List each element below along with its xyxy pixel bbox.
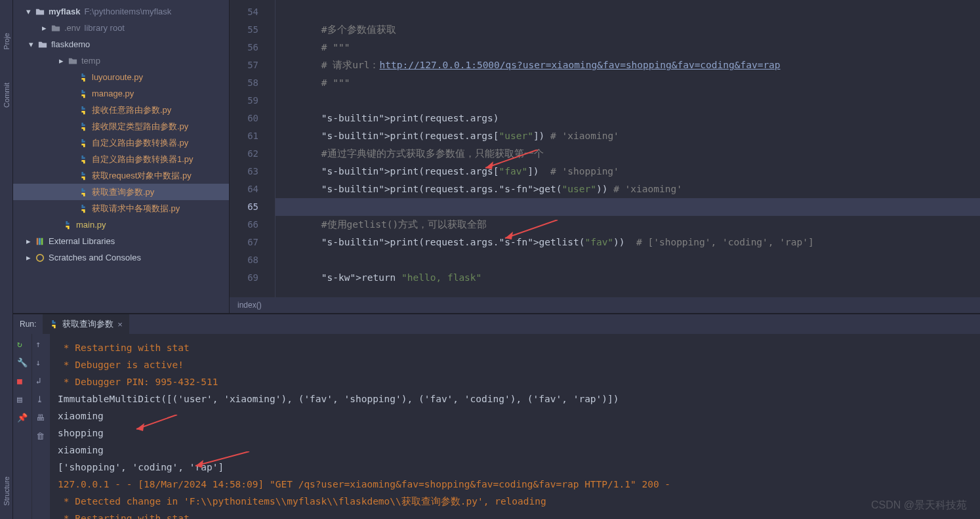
code-line[interactable]: "s-builtin">print(request.args."s-fn">ge… <box>276 234 980 251</box>
console-line: * Debugger PIN: 995-432-511 <box>58 373 972 390</box>
tree-file[interactable]: 获取查询参数.py <box>13 184 229 200</box>
folder-icon <box>38 40 47 49</box>
chevron-down-icon: ▾ <box>26 7 35 16</box>
console-line: * Restarting with stat <box>58 510 972 519</box>
rerun-icon[interactable]: ↻ <box>17 339 28 350</box>
tree-label: 获取请求中各项数据.py <box>92 203 180 215</box>
python-file-icon <box>49 320 58 329</box>
folder-icon <box>51 24 60 33</box>
code-line[interactable]: #使用getlist()方式，可以获取全部 <box>276 216 980 234</box>
tree-file[interactable]: manage.py <box>13 85 229 102</box>
python-file-icon <box>79 155 88 164</box>
code-line[interactable]: "s-builtin">print(request.args["fav"]) #… <box>276 163 980 180</box>
tree-scratches[interactable]: ▸ Scratches and Consoles <box>13 249 229 266</box>
tree-folder-flaskdemo[interactable]: ▾ flaskdemo <box>13 36 229 52</box>
console-line: 127.0.0.1 - - [18/Mar/2024 14:58:09] "GE… <box>58 476 972 493</box>
code-line[interactable]: #通过字典键的方式获取多参数值，只能获取第一个 <box>276 145 980 163</box>
run-toolbar-right: ↑ ↓ ↲ ⤓ 🖶 🗑 <box>31 334 50 519</box>
stop-icon[interactable]: ■ <box>17 376 28 386</box>
tree-root[interactable]: ▾ myflask F:\pythonitems\myflask <box>13 3 229 20</box>
project-tree[interactable]: ▾ myflask F:\pythonitems\myflask ▸ .env … <box>13 0 230 313</box>
run-tab[interactable]: 获取查询参数 × <box>43 314 129 334</box>
project-path: F:\pythonitems\myflask <box>84 7 171 16</box>
tree-file[interactable]: 接收任意路由参数.py <box>13 102 229 118</box>
python-file-icon <box>79 138 88 148</box>
tree-file[interactable]: luyouroute.py <box>13 69 229 85</box>
project-name: myflask <box>49 7 80 16</box>
console-line: xiaoming <box>58 407 972 425</box>
code-line[interactable] <box>276 3 980 21</box>
tab-structure[interactable]: Structure <box>3 476 10 506</box>
layout-icon[interactable]: ▤ <box>17 394 28 405</box>
code-editor[interactable]: 54555657585960616263646566676869 #多个参数值获… <box>230 0 980 313</box>
close-icon[interactable]: × <box>117 320 123 329</box>
console-line: xiaoming <box>58 442 972 459</box>
wrap-icon[interactable]: ↲ <box>36 376 47 386</box>
code-line[interactable]: "s-builtin">print(request.args["user"]) … <box>276 127 980 145</box>
console-line: * Restarting with stat <box>58 339 972 356</box>
tree-env[interactable]: ▸ .env library root <box>13 20 229 36</box>
tree-label: 获取request对象中数据.py <box>92 170 192 182</box>
code-line[interactable]: #多个参数值获取 <box>276 21 980 39</box>
svg-rect-0 <box>37 238 39 245</box>
code-line[interactable]: "s-builtin">print(request.args."s-fn">ge… <box>276 180 980 198</box>
code-line[interactable] <box>276 251 980 269</box>
code-lines[interactable]: #多个参数值获取 # """ # 请求url：http://127.0.0.1:… <box>276 0 980 297</box>
folder-icon <box>35 7 45 16</box>
chevron-down-icon: ▾ <box>29 39 38 49</box>
python-file-icon <box>79 73 88 82</box>
chevron-right-icon: ▸ <box>26 236 35 246</box>
tree-label: 接收任意路由参数.py <box>92 104 171 116</box>
folder-icon <box>68 56 77 66</box>
tree-file[interactable]: 获取request对象中数据.py <box>13 167 229 184</box>
run-tab-name: 获取查询参数 <box>62 318 113 330</box>
chevron-right-icon: ▸ <box>59 56 68 66</box>
print-icon[interactable]: 🖶 <box>36 413 47 423</box>
python-file-icon <box>79 204 88 213</box>
code-line[interactable]: # 请求url：http://127.0.0.1:5000/qs?user=xi… <box>276 56 980 74</box>
svg-point-3 <box>37 254 44 261</box>
tab-commit[interactable]: Commit <box>3 83 10 108</box>
tab-project[interactable]: Proje <box>3 33 10 50</box>
svg-rect-2 <box>41 238 43 245</box>
tree-file[interactable]: 自定义路由参数转换器1.py <box>13 151 229 167</box>
python-file-icon <box>79 89 88 98</box>
code-line[interactable]: "s-kw">return "hello, flask" <box>276 269 980 287</box>
wrench-icon[interactable]: 🔧 <box>17 358 28 368</box>
code-line[interactable]: # """ <box>276 74 980 92</box>
tree-tag: library root <box>85 23 125 33</box>
down-icon[interactable]: ↓ <box>36 358 47 368</box>
tree-label: Scratches and Consoles <box>49 253 141 262</box>
breadcrumb[interactable]: index() <box>230 297 980 313</box>
tree-label: External Libraries <box>49 236 115 246</box>
tree-file-main[interactable]: main.py <box>13 217 229 233</box>
tree-file[interactable]: 获取请求中各项数据.py <box>13 200 229 217</box>
tree-folder-temp[interactable]: ▸ temp <box>13 52 229 69</box>
python-file-icon <box>79 171 88 180</box>
trash-icon[interactable]: 🗑 <box>36 431 47 442</box>
pin-icon[interactable]: 📌 <box>17 413 28 423</box>
tree-external-libs[interactable]: ▸ External Libraries <box>13 233 229 249</box>
svg-rect-1 <box>39 238 41 245</box>
up-icon[interactable]: ↑ <box>36 339 47 350</box>
scroll-end-icon[interactable]: ⤓ <box>36 394 47 405</box>
python-file-icon <box>63 220 72 230</box>
code-line[interactable] <box>276 92 980 110</box>
run-panel-header: Run: 获取查询参数 × <box>13 314 980 334</box>
tree-label: .env <box>64 23 81 33</box>
tree-label: temp <box>81 56 100 66</box>
code-line[interactable]: # """ <box>276 39 980 56</box>
chevron-right-icon: ▸ <box>26 253 35 262</box>
run-panel: Run: 获取查询参数 × ↻ 🔧 ■ ▤ 📌 ↑ ↓ <box>13 313 980 519</box>
tree-file[interactable]: 接收限定类型路由参数.py <box>13 118 229 135</box>
code-line[interactable] <box>276 198 980 216</box>
code-line[interactable]: "s-builtin">print(request.args) <box>276 110 980 127</box>
console-output[interactable]: * Restarting with stat * Debugger is act… <box>50 334 980 519</box>
run-toolbar-left: ↻ 🔧 ■ ▤ 📌 <box>13 334 31 519</box>
tree-label: 接收限定类型路由参数.py <box>92 121 188 133</box>
console-line: ImmutableMultiDict([('user', 'xiaoming')… <box>58 390 972 407</box>
console-line: shopping <box>58 425 972 442</box>
run-label: Run: <box>13 320 43 329</box>
tree-label: 获取查询参数.py <box>92 186 154 198</box>
tree-file[interactable]: 自定义路由参数转换器.py <box>13 135 229 151</box>
